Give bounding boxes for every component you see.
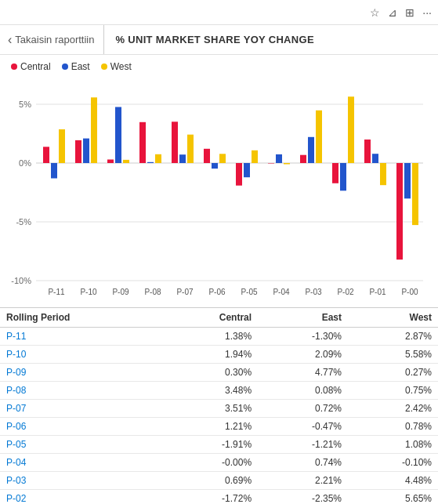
- cell-central: -0.00%: [162, 454, 258, 472]
- svg-rect-49: [372, 154, 378, 163]
- central-label: Central: [20, 61, 51, 72]
- table-row: P-04 -0.00% 0.74% -0.10%: [0, 454, 438, 472]
- more-icon[interactable]: ···: [422, 6, 432, 19]
- table-row: P-07 3.51% 0.72% 2.42%: [0, 400, 438, 418]
- cell-period: P-04: [0, 454, 162, 472]
- legend-east: East: [62, 61, 90, 72]
- table-row: P-11 1.38% -1.30% 2.87%: [0, 328, 438, 346]
- svg-rect-21: [147, 162, 154, 163]
- cell-west: 0.27%: [348, 364, 438, 382]
- svg-rect-13: [83, 139, 89, 163]
- view-icon[interactable]: ⊞: [405, 6, 414, 19]
- svg-rect-52: [396, 163, 403, 259]
- west-label: West: [110, 61, 132, 72]
- chart-legend: Central East West: [8, 61, 430, 72]
- cell-east: 0.08%: [258, 382, 348, 400]
- cell-east: -2.35%: [258, 490, 348, 505]
- cell-period: P-06: [0, 418, 162, 436]
- header: ‹ Takaisin raporttiin % UNIT MARKET SHAR…: [0, 25, 438, 55]
- cell-west: 5.58%: [348, 346, 438, 364]
- table-row: P-03 0.69% 2.21% 4.48%: [0, 472, 438, 490]
- svg-rect-42: [316, 111, 322, 163]
- cell-central: 1.21%: [162, 418, 258, 436]
- cell-period: P-11: [0, 328, 162, 346]
- cell-central: 3.51%: [162, 400, 258, 418]
- cell-central: -1.91%: [162, 436, 258, 454]
- svg-rect-30: [219, 154, 226, 163]
- svg-text:P-00: P-00: [401, 288, 418, 296]
- cell-period: P-10: [0, 346, 162, 364]
- bar-chart: 5% 0% -5% -10%: [8, 77, 430, 304]
- svg-rect-25: [179, 154, 186, 163]
- data-table-container: Rolling Period Central East West P-11 1.…: [0, 307, 438, 504]
- col-west: West: [348, 308, 438, 328]
- toolbar: ☆ ⊿ ⊞ ···: [0, 0, 438, 25]
- svg-rect-48: [364, 140, 371, 163]
- svg-rect-37: [276, 154, 282, 163]
- svg-rect-34: [252, 150, 258, 163]
- table-row: P-05 -1.91% -1.21% 1.08%: [0, 436, 438, 454]
- cell-period: P-05: [0, 436, 162, 454]
- svg-text:P-09: P-09: [112, 288, 129, 296]
- west-dot: [101, 63, 107, 70]
- back-button[interactable]: ‹ Takaisin raporttiin: [8, 25, 104, 54]
- bar-group-p05: P-05: [236, 150, 258, 296]
- cell-west: 4.48%: [348, 472, 438, 490]
- back-label: Takaisin raporttiin: [15, 34, 94, 45]
- cell-east: -1.21%: [258, 436, 348, 454]
- svg-rect-53: [404, 163, 411, 198]
- filter-icon[interactable]: ⊿: [388, 6, 397, 19]
- cell-east: 4.77%: [258, 364, 348, 382]
- cell-period: P-02: [0, 490, 162, 505]
- cell-period: P-07: [0, 400, 162, 418]
- cell-east: -0.47%: [258, 418, 348, 436]
- svg-text:P-11: P-11: [48, 288, 65, 296]
- svg-rect-28: [204, 149, 210, 163]
- bar-group-p01: P-01: [364, 140, 386, 296]
- svg-rect-12: [75, 140, 81, 163]
- main-window: ☆ ⊿ ⊞ ··· ‹ Takaisin raporttiin % UNIT M…: [0, 0, 438, 504]
- col-east: East: [258, 308, 348, 328]
- svg-rect-40: [300, 155, 306, 163]
- svg-text:P-08: P-08: [144, 288, 161, 296]
- svg-text:P-10: P-10: [80, 288, 97, 296]
- svg-rect-41: [308, 137, 314, 163]
- svg-rect-24: [172, 121, 178, 163]
- svg-rect-14: [91, 97, 97, 163]
- chart-container: Central East West 5%: [0, 55, 438, 307]
- svg-rect-10: [59, 129, 65, 163]
- bar-group-p07: P-07: [172, 121, 194, 296]
- cell-west: -0.10%: [348, 454, 438, 472]
- svg-text:5%: 5%: [19, 100, 31, 109]
- bar-group-p10: P-10: [75, 97, 97, 296]
- svg-rect-33: [244, 163, 250, 177]
- cell-west: 0.78%: [348, 418, 438, 436]
- col-central: Central: [162, 308, 258, 328]
- cell-west: 5.65%: [348, 490, 438, 505]
- bar-group-p08: P-08: [139, 122, 161, 296]
- svg-text:-5%: -5%: [16, 217, 31, 227]
- svg-rect-32: [236, 163, 242, 186]
- cell-period: P-08: [0, 382, 162, 400]
- svg-text:-10%: -10%: [11, 276, 31, 285]
- svg-rect-38: [284, 163, 290, 165]
- cell-period: P-09: [0, 364, 162, 382]
- east-label: East: [71, 61, 90, 72]
- table-row: P-02 -1.72% -2.35% 5.65%: [0, 490, 438, 505]
- pin-icon[interactable]: ☆: [370, 6, 380, 19]
- cell-west: 1.08%: [348, 436, 438, 454]
- back-arrow-icon: ‹: [8, 33, 12, 47]
- svg-text:0%: 0%: [19, 158, 31, 168]
- svg-rect-44: [332, 163, 338, 183]
- bar-group-p02: P-02: [332, 96, 354, 296]
- svg-rect-16: [107, 160, 114, 164]
- cell-central: 1.38%: [162, 328, 258, 346]
- cell-central: -1.72%: [162, 490, 258, 505]
- cell-east: -1.30%: [258, 328, 348, 346]
- cell-period: P-03: [0, 472, 162, 490]
- table-row: P-10 1.94% 2.09% 5.58%: [0, 346, 438, 364]
- svg-rect-22: [155, 154, 161, 163]
- svg-rect-26: [187, 135, 194, 163]
- svg-text:P-05: P-05: [241, 288, 258, 296]
- cell-central: 0.69%: [162, 472, 258, 490]
